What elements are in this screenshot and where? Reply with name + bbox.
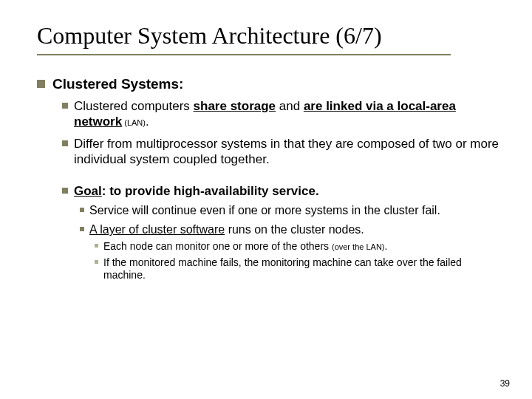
subsubbullet-1: Each node can monitor one or more of the… xyxy=(95,240,502,253)
heading-row: Clustered Systems: xyxy=(37,76,502,92)
square-bullet-icon xyxy=(62,103,68,109)
heading-text: Clustered Systems: xyxy=(52,76,183,92)
square-bullet-icon xyxy=(62,140,68,146)
square-bullet-icon xyxy=(95,260,98,264)
bullet-3: Goal: to provide high-availability servi… xyxy=(62,183,502,199)
slide-title: Computer System Architecture (6/7) xyxy=(37,22,502,50)
bullet-2: Differ from multiprocessor systems in th… xyxy=(62,136,502,168)
page-number: 39 xyxy=(500,378,510,389)
subsubbullet-1-text: Each node can monitor one or more of the… xyxy=(103,240,387,253)
square-bullet-icon xyxy=(80,208,84,212)
square-bullet-icon xyxy=(62,188,68,194)
bullet-1-text: Clustered computers share storage and ar… xyxy=(74,98,502,130)
bullet-1: Clustered computers share storage and ar… xyxy=(62,98,502,130)
square-bullet-icon xyxy=(95,244,98,248)
square-bullet-icon xyxy=(37,80,45,88)
subbullet-1-text: Service will continue even if one or mor… xyxy=(89,203,440,218)
bullet-2-text: Differ from multiprocessor systems in th… xyxy=(74,136,502,168)
subbullet-1: Service will continue even if one or mor… xyxy=(80,203,502,218)
square-bullet-icon xyxy=(80,227,84,231)
subsubbullet-2: If the monitored machine fails, the moni… xyxy=(95,256,502,282)
bullet-3-text: Goal: to provide high-availability servi… xyxy=(74,183,319,199)
title-underline xyxy=(37,54,451,55)
subbullet-2: A layer of cluster software runs on the … xyxy=(80,222,502,237)
subbullet-2-text: A layer of cluster software runs on the … xyxy=(89,222,364,237)
subsubbullet-2-text: If the monitored machine fails, the moni… xyxy=(103,256,502,282)
